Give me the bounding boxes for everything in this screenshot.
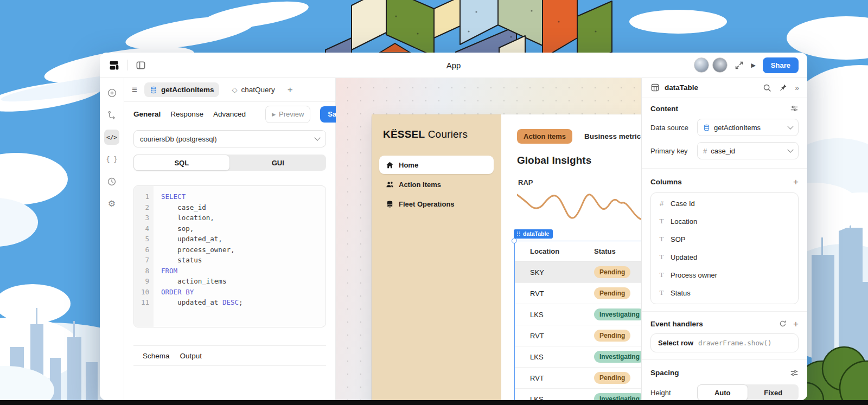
query-tab-chatquery[interactable]: ◇ chatQuery bbox=[226, 82, 280, 97]
column-list-item[interactable]: TProcess owner bbox=[651, 266, 798, 284]
tab-business-metrics[interactable]: Business metrics bbox=[584, 132, 641, 140]
table-row[interactable]: RVTPending bbox=[515, 325, 641, 346]
avatar[interactable] bbox=[694, 57, 709, 73]
app-window: App ▶ Share bbox=[100, 53, 807, 400]
cell-status: Pending bbox=[594, 330, 641, 342]
height-auto-option[interactable]: Auto bbox=[697, 384, 748, 400]
code-line: sop, bbox=[161, 223, 243, 234]
sql-gui-toggle: SQL GUI bbox=[133, 155, 326, 171]
query-tabs-bar: ≡ getActionItems ◇ chatQ bbox=[124, 78, 335, 102]
table-row[interactable]: RVTPending bbox=[515, 283, 641, 304]
screenshot-stage: App ▶ Share bbox=[0, 0, 868, 405]
inspector-panel: dataTable » Content bbox=[641, 78, 807, 400]
retool-logo-icon[interactable] bbox=[108, 60, 120, 71]
data-source-row: Data source getActionItems bbox=[650, 119, 799, 136]
state-braces-icon[interactable]: { } bbox=[104, 152, 119, 167]
sql-text: case_id bbox=[161, 203, 206, 211]
tab-output[interactable]: Output bbox=[180, 352, 202, 360]
window-titlebar: App ▶ Share bbox=[100, 53, 807, 78]
code-line: updated_at DESC; bbox=[161, 297, 243, 308]
cell-status: Pending bbox=[594, 287, 641, 299]
column-list-item[interactable]: #Case Id bbox=[651, 195, 798, 213]
datatable-widget[interactable]: dataTable Location Status SKYPendingRVTP… bbox=[514, 241, 641, 400]
history-clock-icon[interactable] bbox=[104, 174, 119, 189]
sliders-icon[interactable] bbox=[790, 369, 799, 377]
data-source-select[interactable]: getActionItems bbox=[697, 119, 799, 136]
app-preview: KËSSEL Couriers Home bbox=[372, 114, 641, 400]
nav-item-home[interactable]: Home bbox=[379, 156, 494, 174]
nav-label: Action Items bbox=[399, 181, 441, 189]
query-list-menu-icon[interactable]: ≡ bbox=[132, 85, 137, 95]
drag-handle-icon bbox=[516, 231, 521, 236]
sql-keyword: DESC bbox=[222, 298, 239, 306]
add-column-button[interactable]: + bbox=[793, 177, 799, 187]
column-header-location[interactable]: Location bbox=[515, 247, 594, 255]
height-fixed-option[interactable]: Fixed bbox=[748, 384, 799, 400]
event-handler-row[interactable]: Select row drawerFrame.show() bbox=[650, 333, 799, 352]
sql-text: ; bbox=[239, 298, 243, 306]
toggle-sql[interactable]: SQL bbox=[133, 155, 230, 171]
editor-canvas[interactable]: KËSSEL Couriers Home bbox=[336, 78, 641, 400]
cell-location: RVT bbox=[515, 290, 594, 298]
cell-location: RVT bbox=[515, 332, 594, 340]
tab-response[interactable]: Response bbox=[170, 110, 203, 118]
column-list-item[interactable]: TStatus bbox=[651, 284, 798, 302]
tab-action-items[interactable]: Action items bbox=[517, 129, 572, 144]
run-play-icon[interactable]: ▶ bbox=[751, 62, 755, 69]
play-icon: ▶ bbox=[272, 112, 276, 117]
tab-schema[interactable]: Schema bbox=[143, 352, 170, 360]
settings-gear-icon[interactable]: ⚙ bbox=[104, 196, 119, 211]
column-list-label: Process owner bbox=[671, 271, 717, 279]
selection-handle[interactable] bbox=[512, 238, 517, 243]
panel-toggle-icon[interactable] bbox=[136, 60, 146, 70]
column-header-status[interactable]: Status bbox=[594, 247, 641, 255]
sliders-icon[interactable] bbox=[790, 104, 799, 113]
preview-button[interactable]: ▶ Preview bbox=[265, 106, 310, 123]
table-row[interactable]: RVTPending bbox=[515, 368, 641, 389]
collaborator-avatars bbox=[694, 57, 727, 73]
ai-diamond-icon: ◇ bbox=[232, 86, 237, 94]
cell-location: LKS bbox=[515, 353, 594, 361]
chart-label: RAP bbox=[518, 178, 533, 187]
pin-icon[interactable] bbox=[779, 83, 787, 92]
toggle-gui[interactable]: GUI bbox=[230, 155, 327, 171]
expand-icon[interactable] bbox=[735, 61, 744, 70]
primary-key-select[interactable]: # case_id bbox=[697, 142, 799, 159]
tab-general[interactable]: General bbox=[133, 110, 161, 118]
column-list-item[interactable]: TLocation bbox=[651, 213, 798, 230]
chevron-down-icon bbox=[787, 147, 793, 153]
widget-name-tag[interactable]: dataTable bbox=[514, 229, 553, 239]
table-row[interactable]: SKYPending bbox=[515, 262, 641, 283]
resource-select[interactable]: couriersDb (postgressql) bbox=[133, 130, 326, 147]
text-type-icon: T bbox=[658, 217, 665, 226]
database-icon bbox=[703, 124, 710, 131]
query-tab-getactionitems[interactable]: getActionItems bbox=[144, 82, 220, 97]
add-circle-icon[interactable] bbox=[104, 85, 119, 100]
refresh-icon[interactable] bbox=[779, 320, 787, 327]
table-row[interactable]: LKSInvestigating bbox=[515, 304, 641, 325]
sql-code-editor[interactable]: 1234567891011 SELECT case_id location, s… bbox=[133, 185, 326, 327]
add-query-button[interactable]: + bbox=[288, 85, 293, 94]
share-button[interactable]: Share bbox=[763, 57, 799, 73]
column-list-item[interactable]: TSOP bbox=[651, 230, 798, 248]
workflow-icon[interactable] bbox=[104, 107, 119, 123]
table-row[interactable]: LKSInvestigating bbox=[515, 346, 641, 368]
column-list-label: Case Id bbox=[671, 200, 695, 208]
tab-advanced[interactable]: Advanced bbox=[213, 110, 246, 118]
brand-bold: KËSSEL bbox=[383, 128, 425, 140]
table-row[interactable]: LKSInvestigating bbox=[515, 389, 641, 400]
avatar[interactable] bbox=[712, 57, 727, 73]
cell-status: Pending bbox=[594, 266, 641, 278]
search-icon[interactable] bbox=[763, 83, 771, 92]
collapse-panel-icon[interactable]: » bbox=[795, 83, 799, 92]
query-bottom-tabs: Schema Output bbox=[133, 345, 326, 366]
column-list-item[interactable]: TUpdated bbox=[651, 248, 798, 266]
status-badge: Investigating bbox=[594, 351, 641, 363]
code-editor-icon[interactable]: </> bbox=[104, 130, 119, 145]
add-event-handler-button[interactable]: + bbox=[793, 319, 799, 329]
nav-item-action-items[interactable]: Action Items bbox=[379, 175, 494, 194]
nav-item-fleet-operations[interactable]: Fleet Operations bbox=[379, 195, 494, 213]
section-label: Event handlers bbox=[650, 320, 703, 328]
data-table[interactable]: Location Status SKYPendingRVTPendingLKSI… bbox=[514, 241, 641, 400]
sql-keyword: SELECT bbox=[161, 192, 186, 201]
